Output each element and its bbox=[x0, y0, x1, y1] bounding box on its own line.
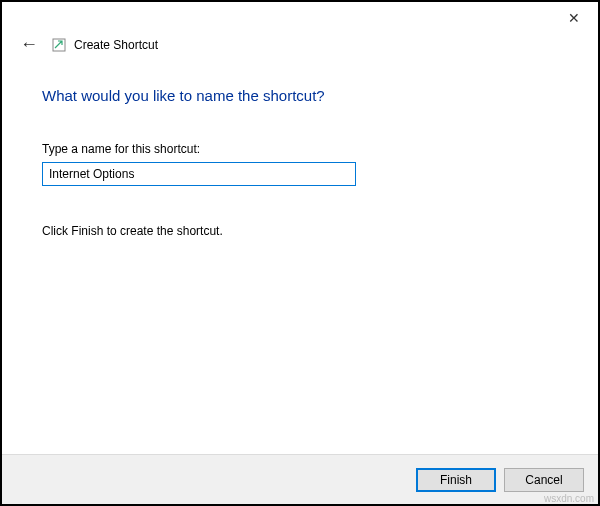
cancel-button[interactable]: Cancel bbox=[504, 468, 584, 492]
finish-button[interactable]: Finish bbox=[416, 468, 496, 492]
name-field-label: Type a name for this shortcut: bbox=[42, 142, 558, 156]
instruction-text: Click Finish to create the shortcut. bbox=[42, 224, 558, 238]
footer: Finish Cancel bbox=[2, 454, 598, 504]
close-icon[interactable]: ✕ bbox=[564, 6, 584, 30]
back-arrow-icon[interactable]: ← bbox=[20, 34, 38, 55]
content-area: What would you like to name the shortcut… bbox=[2, 55, 598, 454]
header: ← Create Shortcut bbox=[2, 34, 598, 55]
shortcut-icon bbox=[52, 38, 66, 52]
titlebar: ✕ bbox=[2, 2, 598, 38]
window-title: Create Shortcut bbox=[74, 38, 158, 52]
wizard-heading: What would you like to name the shortcut… bbox=[42, 87, 558, 104]
shortcut-name-input[interactable] bbox=[42, 162, 356, 186]
